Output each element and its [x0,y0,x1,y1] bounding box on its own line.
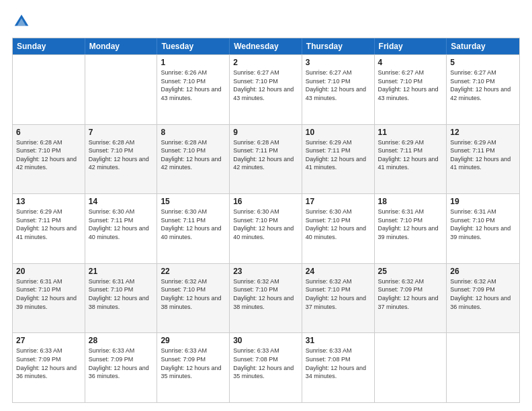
calendar-cell: 22Sunrise: 6:32 AM Sunset: 7:10 PM Dayli… [157,264,230,333]
cell-day-number: 1 [161,58,226,67]
cell-day-number: 18 [378,197,443,206]
cell-day-number: 2 [233,58,298,67]
cell-day-number: 22 [161,267,226,276]
calendar-cell: 7Sunrise: 6:28 AM Sunset: 7:10 PM Daylig… [85,125,158,194]
calendar-cell: 6Sunrise: 6:28 AM Sunset: 7:10 PM Daylig… [13,125,85,194]
cell-day-number: 20 [16,267,81,276]
cell-sun-info: Sunrise: 6:33 AM Sunset: 7:09 PM Dayligh… [89,347,154,380]
calendar-header: SundayMondayTuesdayWednesdayThursdayFrid… [13,38,519,54]
page: SundayMondayTuesdayWednesdayThursdayFrid… [0,0,532,411]
calendar-cell: 17Sunrise: 6:30 AM Sunset: 7:10 PM Dayli… [302,194,375,263]
cell-day-number: 9 [233,128,298,137]
cell-day-number: 26 [450,267,516,276]
cell-sun-info: Sunrise: 6:28 AM Sunset: 7:10 PM Dayligh… [161,138,226,172]
cell-sun-info: Sunrise: 6:27 AM Sunset: 7:10 PM Dayligh… [306,68,371,102]
calendar-cell: 8Sunrise: 6:28 AM Sunset: 7:10 PM Daylig… [157,125,230,194]
cell-day-number: 21 [89,267,154,276]
calendar-cell: 23Sunrise: 6:32 AM Sunset: 7:10 PM Dayli… [230,264,302,333]
header-day-monday: Monday [85,38,158,54]
calendar-cell: 24Sunrise: 6:32 AM Sunset: 7:10 PM Dayli… [302,264,375,333]
cell-sun-info: Sunrise: 6:31 AM Sunset: 7:10 PM Dayligh… [16,277,81,311]
calendar-cell: 9Sunrise: 6:28 AM Sunset: 7:11 PM Daylig… [230,125,302,194]
cell-day-number: 24 [306,267,371,276]
cell-sun-info: Sunrise: 6:31 AM Sunset: 7:10 PM Dayligh… [378,208,443,241]
calendar-cell: 31Sunrise: 6:33 AM Sunset: 7:08 PM Dayli… [302,333,375,402]
cell-sun-info: Sunrise: 6:30 AM Sunset: 7:10 PM Dayligh… [306,208,371,241]
cell-sun-info: Sunrise: 6:33 AM Sunset: 7:09 PM Dayligh… [161,347,226,380]
cell-day-number: 6 [16,128,81,137]
cell-sun-info: Sunrise: 6:29 AM Sunset: 7:11 PM Dayligh… [16,208,81,241]
cell-day-number: 13 [16,197,81,206]
calendar-cell: 19Sunrise: 6:31 AM Sunset: 7:10 PM Dayli… [447,194,519,263]
cell-sun-info: Sunrise: 6:32 AM Sunset: 7:10 PM Dayligh… [306,277,371,311]
cell-sun-info: Sunrise: 6:28 AM Sunset: 7:11 PM Dayligh… [233,138,298,172]
cell-day-number: 11 [378,128,443,137]
cell-day-number: 23 [233,267,298,276]
calendar-cell: 1Sunrise: 6:26 AM Sunset: 7:10 PM Daylig… [157,55,230,124]
cell-day-number: 31 [306,336,371,345]
cell-sun-info: Sunrise: 6:26 AM Sunset: 7:10 PM Dayligh… [161,68,226,102]
cell-sun-info: Sunrise: 6:30 AM Sunset: 7:11 PM Dayligh… [161,208,226,241]
calendar-cell: 26Sunrise: 6:32 AM Sunset: 7:09 PM Dayli… [447,264,519,333]
logo [12,12,34,31]
calendar-cell: 30Sunrise: 6:33 AM Sunset: 7:08 PM Dayli… [230,333,302,402]
cell-sun-info: Sunrise: 6:31 AM Sunset: 7:10 PM Dayligh… [450,208,516,241]
calendar-cell: 18Sunrise: 6:31 AM Sunset: 7:10 PM Dayli… [375,194,447,263]
cell-day-number: 29 [161,336,226,345]
cell-sun-info: Sunrise: 6:32 AM Sunset: 7:09 PM Dayligh… [378,277,443,311]
cell-sun-info: Sunrise: 6:29 AM Sunset: 7:11 PM Dayligh… [306,138,371,172]
cell-sun-info: Sunrise: 6:30 AM Sunset: 7:10 PM Dayligh… [233,208,298,241]
cell-day-number: 28 [89,336,154,345]
cell-day-number: 19 [450,197,516,206]
header-day-friday: Friday [375,38,447,54]
calendar-cell [13,55,85,124]
calendar-cell: 14Sunrise: 6:30 AM Sunset: 7:11 PM Dayli… [85,194,158,263]
cell-sun-info: Sunrise: 6:33 AM Sunset: 7:08 PM Dayligh… [233,347,298,380]
calendar-cell: 29Sunrise: 6:33 AM Sunset: 7:09 PM Dayli… [157,333,230,402]
calendar-cell: 13Sunrise: 6:29 AM Sunset: 7:11 PM Dayli… [13,194,85,263]
calendar-row-5: 27Sunrise: 6:33 AM Sunset: 7:09 PM Dayli… [13,332,519,402]
cell-day-number: 30 [233,336,298,345]
cell-sun-info: Sunrise: 6:33 AM Sunset: 7:08 PM Dayligh… [306,347,371,380]
calendar-cell: 2Sunrise: 6:27 AM Sunset: 7:10 PM Daylig… [230,55,302,124]
calendar-cell: 12Sunrise: 6:29 AM Sunset: 7:11 PM Dayli… [447,125,519,194]
calendar-cell: 15Sunrise: 6:30 AM Sunset: 7:11 PM Dayli… [157,194,230,263]
calendar-body: 1Sunrise: 6:26 AM Sunset: 7:10 PM Daylig… [13,54,519,402]
cell-sun-info: Sunrise: 6:32 AM Sunset: 7:09 PM Dayligh… [450,277,516,311]
cell-sun-info: Sunrise: 6:33 AM Sunset: 7:09 PM Dayligh… [16,347,81,380]
cell-sun-info: Sunrise: 6:28 AM Sunset: 7:10 PM Dayligh… [89,138,154,172]
cell-day-number: 3 [306,58,371,67]
calendar-cell [375,333,447,402]
cell-sun-info: Sunrise: 6:32 AM Sunset: 7:10 PM Dayligh… [161,277,226,311]
calendar-cell: 27Sunrise: 6:33 AM Sunset: 7:09 PM Dayli… [13,333,85,402]
calendar-cell: 5Sunrise: 6:27 AM Sunset: 7:10 PM Daylig… [447,55,519,124]
calendar-row-2: 6Sunrise: 6:28 AM Sunset: 7:10 PM Daylig… [13,124,519,194]
calendar-cell: 3Sunrise: 6:27 AM Sunset: 7:10 PM Daylig… [302,55,375,124]
header [12,12,520,31]
header-day-sunday: Sunday [13,38,85,54]
cell-sun-info: Sunrise: 6:27 AM Sunset: 7:10 PM Dayligh… [233,68,298,102]
calendar-row-1: 1Sunrise: 6:26 AM Sunset: 7:10 PM Daylig… [13,54,519,124]
cell-day-number: 16 [233,197,298,206]
calendar-cell: 10Sunrise: 6:29 AM Sunset: 7:11 PM Dayli… [302,125,375,194]
cell-sun-info: Sunrise: 6:28 AM Sunset: 7:10 PM Dayligh… [16,138,81,172]
calendar-cell: 16Sunrise: 6:30 AM Sunset: 7:10 PM Dayli… [230,194,302,263]
calendar-cell: 21Sunrise: 6:31 AM Sunset: 7:10 PM Dayli… [85,264,158,333]
calendar-cell: 28Sunrise: 6:33 AM Sunset: 7:09 PM Dayli… [85,333,158,402]
header-day-tuesday: Tuesday [157,38,230,54]
cell-sun-info: Sunrise: 6:31 AM Sunset: 7:10 PM Dayligh… [89,277,154,311]
cell-day-number: 27 [16,336,81,345]
header-day-wednesday: Wednesday [230,38,302,54]
calendar: SundayMondayTuesdayWednesdayThursdayFrid… [12,38,520,403]
calendar-cell: 20Sunrise: 6:31 AM Sunset: 7:10 PM Dayli… [13,264,85,333]
cell-sun-info: Sunrise: 6:32 AM Sunset: 7:10 PM Dayligh… [233,277,298,311]
cell-sun-info: Sunrise: 6:30 AM Sunset: 7:11 PM Dayligh… [89,208,154,241]
cell-sun-info: Sunrise: 6:29 AM Sunset: 7:11 PM Dayligh… [450,138,516,172]
calendar-row-4: 20Sunrise: 6:31 AM Sunset: 7:10 PM Dayli… [13,263,519,333]
cell-day-number: 14 [89,197,154,206]
cell-day-number: 7 [89,128,154,137]
calendar-cell: 25Sunrise: 6:32 AM Sunset: 7:09 PM Dayli… [375,264,447,333]
calendar-row-3: 13Sunrise: 6:29 AM Sunset: 7:11 PM Dayli… [13,193,519,263]
calendar-cell [447,333,519,402]
cell-day-number: 8 [161,128,226,137]
